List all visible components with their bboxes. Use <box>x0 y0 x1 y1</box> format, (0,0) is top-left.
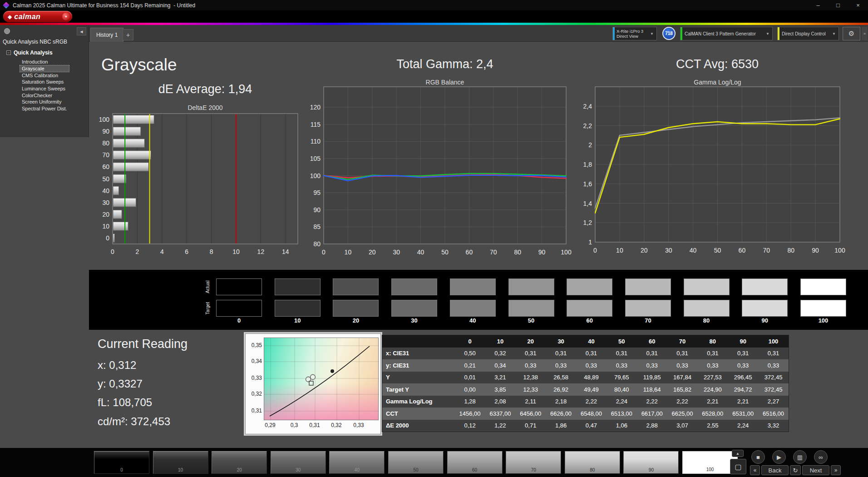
table-cell: 224,90 <box>697 383 728 396</box>
pattern-level-100-button[interactable]: 100 <box>682 451 738 474</box>
sidebar-item-grayscale[interactable]: Grayscale <box>20 65 69 72</box>
table-cell: 12,38 <box>515 372 546 384</box>
calman-logo-button[interactable]: ◆ calman ▼ <box>3 11 72 22</box>
table-cell: 0,33 <box>576 359 607 372</box>
pattern-level-0-button[interactable]: 0 <box>94 451 149 474</box>
cie-y-tick: 0,31 <box>247 407 262 414</box>
sidebar-item-screen-uniformity[interactable]: Screen Uniformity <box>20 99 69 105</box>
display-control-dropdown[interactable]: Direct Display Control ▼ <box>777 27 839 40</box>
workflow-root[interactable]: − Quick Analysis <box>6 50 53 56</box>
table-cell: 6513,00 <box>607 407 637 420</box>
tree-expander-icon[interactable]: − <box>6 50 11 55</box>
swatch-level-label: 80 <box>684 317 730 324</box>
svg-text:95: 95 <box>313 189 321 196</box>
stop-button[interactable]: ■ <box>751 450 765 464</box>
maximize-button[interactable]: □ <box>828 0 848 10</box>
table-cell: 49,49 <box>576 383 607 396</box>
pattern-level-40-button[interactable]: 40 <box>329 451 385 474</box>
add-tab-button[interactable]: + <box>123 29 133 40</box>
pattern-level-20-button[interactable]: 20 <box>212 451 267 474</box>
table-cell: 2,22 <box>576 396 607 408</box>
pattern-level-30-button[interactable]: 30 <box>271 451 326 474</box>
pattern-level-60-button[interactable]: 60 <box>447 451 503 474</box>
swatch-level-label: 40 <box>450 317 496 324</box>
swatch-column-20: 20 <box>333 270 379 330</box>
table-col-header: 40 <box>576 335 607 348</box>
pattern-level-50-button[interactable]: 50 <box>388 451 444 474</box>
table-col-header: 10 <box>485 335 516 348</box>
pattern-window-button[interactable]: ▢ <box>730 459 746 474</box>
table-cell: 0,33 <box>637 359 667 372</box>
save-button[interactable]: ▥ <box>793 450 807 464</box>
table-cell: 6548,00 <box>576 407 607 420</box>
table-col-header: 100 <box>758 335 789 348</box>
sidebar-item-luminance-sweeps[interactable]: Luminance Sweeps <box>20 85 69 92</box>
table-col-header: 80 <box>697 335 728 348</box>
sidebar-item-cms-calibration[interactable]: CMS Calibration <box>20 72 69 79</box>
workflow-title: Quick Analysis NBC sRGB <box>3 39 67 45</box>
svg-text:100: 100 <box>310 172 321 179</box>
cie-plot <box>264 338 379 420</box>
svg-text:10: 10 <box>232 248 240 255</box>
next-button[interactable]: Next <box>802 465 829 475</box>
play-button[interactable]: ▶ <box>772 450 786 464</box>
table-cell: 0,31 <box>607 348 637 360</box>
scroll-up-button[interactable]: ▲ <box>732 450 744 457</box>
table-cell: 1,86 <box>546 420 576 432</box>
table-cell: 1,06 <box>607 420 637 432</box>
refresh-button[interactable]: ↻ <box>790 465 801 475</box>
close-button[interactable]: × <box>848 0 868 10</box>
svg-text:60: 60 <box>466 248 473 256</box>
table-col-header: 50 <box>607 335 637 348</box>
next-chevrons-button[interactable]: » <box>831 465 841 475</box>
table-cell: 0,00 <box>455 383 485 396</box>
table-cell: 0,01 <box>455 372 485 384</box>
results-table: 0102030405060708090100x: CIE310,500,320,… <box>382 335 789 432</box>
pattern-level-10-button[interactable]: 10 <box>153 451 208 474</box>
row-label: Target Y <box>382 383 455 396</box>
minimize-button[interactable]: – <box>808 0 828 10</box>
actual-swatch-40 <box>450 278 496 295</box>
sidebar-item-saturation-sweeps[interactable]: Saturation Sweeps <box>20 79 69 85</box>
table-cell: 118,64 <box>637 383 667 396</box>
tab-history-1[interactable]: History 1 <box>90 28 123 42</box>
table-row--e-2000: ΔE 20000,121,220,711,860,471,062,883,072… <box>382 420 789 432</box>
continuous-measure-button[interactable]: ∞ <box>814 450 828 464</box>
pattern-level-80-button[interactable]: 80 <box>565 451 620 474</box>
back-button[interactable]: Back <box>761 465 789 475</box>
table-cell: 79,65 <box>607 372 637 384</box>
calman-diamond-icon: ◆ <box>8 14 12 20</box>
table-cell: 0,33 <box>667 359 698 372</box>
table-cell: 3,85 <box>485 383 516 396</box>
table-cell: 0,33 <box>728 359 758 372</box>
current-reading-title: Current Reading <box>98 337 187 351</box>
sidebar-collapse-button[interactable]: ◄ <box>77 27 86 35</box>
control-caret-icon: ▼ <box>832 32 836 36</box>
table-cell: 1,28 <box>455 396 485 408</box>
table-row-gamma-log-log: Gamma Log/Log1,282,082,112,182,222,242,2… <box>382 396 789 408</box>
swatch-column-40: 40 <box>450 270 496 330</box>
table-cell: 0,34 <box>485 359 516 372</box>
table-cell: 294,72 <box>728 383 758 396</box>
settings-gear-button[interactable]: ⚙ <box>843 27 860 40</box>
sidebar-item-colorchecker[interactable]: ColorChecker <box>20 92 69 99</box>
logo-menu-caret-icon[interactable]: ▼ <box>62 13 70 20</box>
sidebar-item-introduction[interactable]: Introduction <box>20 59 69 65</box>
svg-text:20: 20 <box>641 247 648 254</box>
pattern-level-70-button[interactable]: 70 <box>506 451 561 474</box>
deltae-svg: 024681012141009080706050403020100 <box>89 112 307 259</box>
table-cell: 3,07 <box>667 420 698 432</box>
back-chevrons-button[interactable]: « <box>750 465 760 475</box>
table-cell: 0,32 <box>485 348 516 360</box>
target-swatch-40 <box>450 300 496 317</box>
pattern-level-90-button[interactable]: 90 <box>623 451 679 474</box>
meter-dropdown[interactable]: X-Rite i1Pro 3 Direct View ▼ <box>612 27 657 40</box>
swatch-column-80: 80 <box>684 270 730 330</box>
source-dropdown[interactable]: CalMAN Client 3 Pattern Generator ▼ <box>680 27 773 40</box>
toolbar-overflow-button[interactable]: » <box>862 27 868 40</box>
svg-text:40: 40 <box>102 187 109 194</box>
table-cell: 0,33 <box>546 359 576 372</box>
sidebar-item-spectral-power-dist-[interactable]: Spectral Power Dist. <box>20 105 69 112</box>
svg-text:10: 10 <box>102 223 109 230</box>
table-header-row: 0102030405060708090100 <box>382 335 789 348</box>
